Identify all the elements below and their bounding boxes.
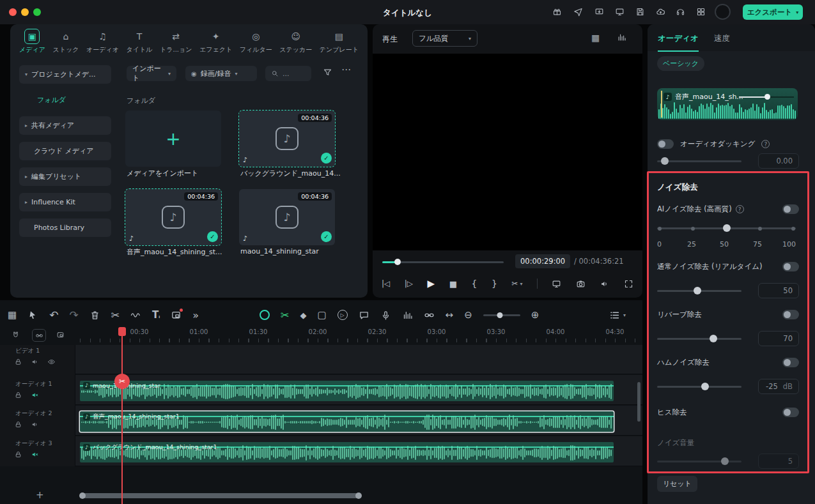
timeline-zoom-slider[interactable]	[483, 311, 520, 319]
stop-button[interactable]: ■	[449, 279, 457, 289]
sidebar-item-photos-library[interactable]: Photos Library	[19, 218, 111, 237]
audio-mixer-icon[interactable]	[402, 310, 413, 321]
keyframe-icon[interactable]: ◆	[300, 310, 306, 320]
ducking-toggle[interactable]	[657, 139, 674, 149]
minimize-window-button[interactable]	[21, 8, 29, 16]
sidebar-item-edit-presets[interactable]: ▸編集プリセット	[19, 167, 111, 186]
share-icon[interactable]	[573, 7, 583, 17]
speed-ramp-icon[interactable]: ▷	[338, 310, 348, 320]
tab-transition[interactable]: ⇄トラ...ョン	[160, 29, 192, 57]
select-tool-icon[interactable]	[27, 310, 38, 321]
more-options-button[interactable]: ⋯	[341, 64, 351, 75]
fullscreen-button[interactable]	[624, 279, 633, 289]
mask-icon[interactable]: ▢	[317, 309, 326, 321]
help-icon[interactable]: ?	[736, 205, 744, 213]
split-scissors-button[interactable]: ✂	[111, 309, 120, 321]
grid-view-icon[interactable]: ▦	[591, 33, 600, 43]
redo-button[interactable]: ↷	[69, 309, 78, 321]
audio-clip-preview[interactable]: ♪ 音声_maou_14_sh...	[657, 88, 798, 120]
timeline-clip-audio2-selected[interactable]: ♪音声_maou_14_shining_star1	[80, 411, 614, 432]
audio-stretch-icon[interactable]	[130, 310, 141, 321]
snap-icon[interactable]	[12, 331, 20, 339]
timeline-clip-audio1[interactable]: ♪maou_14_shining_star	[80, 381, 614, 401]
ripple-edit-icon[interactable]	[56, 331, 65, 339]
delete-button[interactable]	[89, 310, 100, 321]
hum-removal-toggle[interactable]	[782, 358, 799, 367]
auto-ripple-icon[interactable]	[424, 310, 435, 321]
speaker-muted-icon[interactable]	[31, 450, 39, 459]
timeline-ruler[interactable]: 00:30 01:00 01:30 02:00 02:30 03:00 03:3…	[0, 328, 642, 345]
quality-dropdown[interactable]: フル品質▾	[412, 30, 477, 47]
crop-pip-button[interactable]	[171, 310, 182, 321]
playhead[interactable]	[121, 328, 123, 504]
media-item-background[interactable]: ♪ 00:04:36 ♪ ✓	[239, 111, 335, 167]
lock-icon[interactable]	[14, 358, 22, 366]
ducking-slider[interactable]	[657, 157, 741, 165]
import-dropdown[interactable]: インポート▾	[127, 66, 176, 81]
speaker-icon[interactable]	[31, 358, 39, 366]
playhead-cut-button[interactable]: ✂	[114, 374, 130, 389]
preset-basic-pill[interactable]: ベーシック	[657, 56, 704, 71]
ai-denoise-slider[interactable]	[657, 224, 796, 233]
eye-icon[interactable]	[47, 358, 56, 366]
normal-denoise-slider[interactable]	[657, 287, 741, 295]
save-icon[interactable]	[635, 7, 645, 17]
hum-removal-value[interactable]: -25dB	[758, 379, 799, 394]
smart-cut-icon[interactable]: ✂	[281, 309, 289, 321]
preview-scrubber[interactable]	[382, 259, 504, 265]
filter-button[interactable]	[323, 68, 332, 77]
zoom-window-button[interactable]	[33, 8, 41, 16]
reverb-removal-slider[interactable]	[657, 335, 741, 343]
reverb-removal-toggle[interactable]	[782, 310, 799, 319]
export-button[interactable]: エクスポート▾	[743, 4, 803, 20]
lock-icon[interactable]	[14, 450, 22, 459]
tab-audio-properties[interactable]: オーディオ	[658, 33, 699, 44]
sidebar-item-project-media[interactable]: ▾プロジェクトメデ...	[19, 65, 111, 84]
snapshot-button[interactable]	[576, 279, 586, 289]
voiceover-mic-icon[interactable]	[380, 310, 391, 321]
noise-volume-slider[interactable]	[657, 457, 741, 466]
mark-in-button[interactable]: {	[471, 279, 477, 289]
scrollbar-right-handle[interactable]	[355, 493, 362, 499]
support-icon[interactable]	[676, 7, 685, 17]
zoom-in-button[interactable]: ⊕	[531, 309, 539, 321]
video-viewport[interactable]	[373, 54, 642, 250]
normal-denoise-value[interactable]: 50	[758, 283, 799, 298]
vertical-scrollbar[interactable]	[637, 382, 640, 422]
sidebar-item-cloud-media[interactable]: クラウド メディア	[19, 142, 111, 160]
track-manager-icon[interactable]	[609, 310, 620, 321]
playhead-handle[interactable]	[118, 327, 126, 336]
ai-denoise-toggle[interactable]	[782, 204, 799, 214]
step-forward-button[interactable]: |▷	[405, 279, 413, 288]
reverb-removal-value[interactable]: 70	[758, 331, 799, 346]
sidebar-item-shared-media[interactable]: ▸共有メディア	[19, 116, 111, 135]
timeline-clip-audio3[interactable]: ♪バックグラウンド_maou_14_shining_star1	[80, 442, 614, 462]
tab-speed[interactable]: 速度	[714, 33, 730, 44]
reset-button[interactable]: リセット	[657, 476, 697, 492]
comment-icon[interactable]	[359, 310, 369, 321]
text-tool-button[interactable]: Tᵢ	[152, 309, 160, 321]
fit-timeline-icon[interactable]: ↔	[446, 309, 454, 321]
import-media-tile[interactable]: +	[125, 111, 221, 167]
screen-record-icon[interactable]	[594, 7, 604, 17]
link-clips-icon[interactable]	[32, 329, 46, 342]
cloud-upload-icon[interactable]	[656, 7, 665, 17]
tab-filter[interactable]: ◎フィルター	[240, 29, 272, 57]
tab-stock[interactable]: ⌂ストック	[53, 29, 79, 57]
record-dropdown[interactable]: ◉録画/録音▾	[185, 66, 257, 81]
ducking-value[interactable]: 0.00	[758, 153, 799, 169]
media-item-voice[interactable]: ♪ 00:04:36 ♪ ✓	[125, 189, 221, 245]
noise-volume-value[interactable]: 5	[758, 454, 799, 469]
device-icon[interactable]	[615, 7, 625, 17]
step-back-button[interactable]: |◁	[382, 279, 390, 288]
scrubber-handle[interactable]	[394, 259, 401, 265]
tab-template[interactable]: ▤テンプレート	[320, 29, 359, 57]
gift-icon[interactable]	[552, 7, 562, 17]
media-view-grid-icon[interactable]: ▦	[8, 309, 17, 321]
tab-effect[interactable]: ✦エフェクト	[199, 29, 232, 57]
preview-volume-button[interactable]	[600, 279, 609, 289]
add-track-button[interactable]: +	[36, 489, 44, 501]
tab-media[interactable]: ▣メディア	[19, 29, 45, 57]
speaker-muted-icon[interactable]	[31, 391, 39, 399]
zoom-out-button[interactable]: ⊖	[464, 309, 472, 321]
